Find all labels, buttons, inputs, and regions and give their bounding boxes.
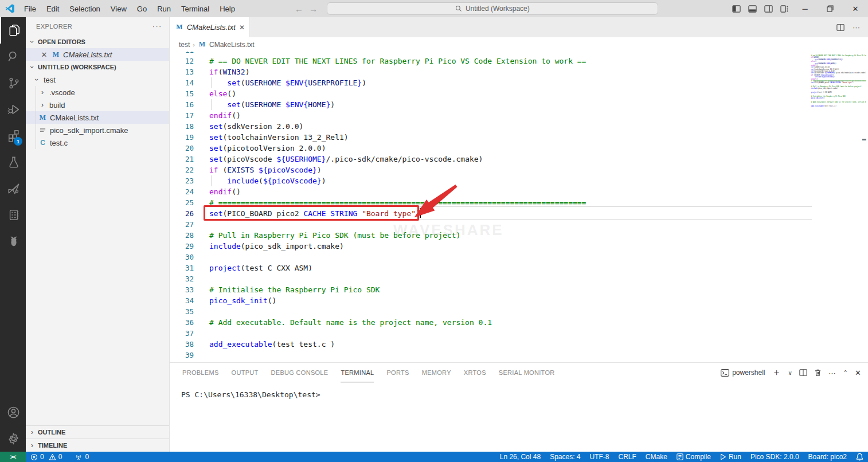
menu-edit[interactable]: Edit (42, 3, 64, 15)
code-line-17[interactable]: 17endif() (170, 110, 868, 121)
code-line-39[interactable]: 39 (170, 350, 868, 361)
command-center-search[interactable]: Untitled (Workspace) (327, 2, 658, 15)
tree-item-cmakelists-txt[interactable]: MCMakeLists.txt (26, 111, 169, 124)
explorer-more-actions-icon[interactable]: ··· (153, 23, 162, 30)
maximize-panel-icon[interactable]: ⌃ (843, 369, 848, 377)
toggle-panel-icon[interactable] (744, 1, 760, 17)
panel-tab-ports[interactable]: PORTS (386, 363, 409, 382)
tree-item--vscode[interactable]: ›.vscode (26, 86, 169, 99)
close-panel-icon[interactable]: ✕ (855, 369, 861, 377)
code-line-18[interactable]: 18set(sdkVersion 2.0.0) (170, 121, 868, 132)
toggle-primary-sidebar-icon[interactable] (728, 1, 744, 17)
activitybar-extensions-icon[interactable]: 1 (0, 123, 26, 149)
sidebar-section-outline[interactable]: ›OUTLINE (26, 425, 169, 438)
sidebar-section-timeline[interactable]: ›TIMELINE (26, 438, 169, 452)
menu-help[interactable]: Help (215, 3, 240, 15)
code-line-36[interactable]: 36# Add executable. Default name is the … (170, 317, 868, 328)
code-line-20[interactable]: 20set(picotoolVersion 2.0.0) (170, 143, 868, 154)
split-terminal-icon[interactable] (799, 369, 807, 377)
status-board[interactable]: Board: pico2 (804, 453, 851, 461)
tree-item-build[interactable]: ›build (26, 99, 169, 111)
status-utf-8[interactable]: UTF-8 (585, 453, 614, 461)
new-terminal-icon[interactable]: ＋ (772, 367, 781, 379)
code-line-22[interactable]: 22if (EXISTS ${picoVscode}) (170, 165, 868, 175)
code-line-31[interactable]: 31project(test C CXX ASM) (170, 263, 868, 273)
status-pico-sdk[interactable]: Pico SDK: 2.0.0 (746, 453, 804, 461)
restore-button[interactable] (818, 0, 843, 17)
panel-tab-memory[interactable]: MEMORY (422, 363, 451, 382)
open-editor-item[interactable]: ✕MCMakeLists.txt (26, 48, 169, 61)
open-editors-section-header[interactable]: › OPEN EDITORS (26, 36, 169, 48)
nav-forward-icon[interactable]: → (309, 4, 318, 14)
menu-run[interactable]: Run (153, 3, 175, 15)
menu-go[interactable]: Go (132, 3, 151, 15)
activitybar-run-and-debug-icon[interactable] (0, 96, 26, 123)
customize-layout-icon[interactable] (776, 1, 792, 17)
nav-back-icon[interactable]: ← (295, 4, 303, 14)
code-line-13[interactable]: 13if(WIN32) (170, 66, 868, 77)
terminal-shell-label[interactable]: powershell (721, 369, 765, 377)
close-editor-icon[interactable]: ✕ (40, 50, 49, 59)
status-spaces[interactable]: Spaces: 4 (545, 453, 585, 461)
code-line-32[interactable]: 32 (170, 273, 868, 284)
editor-more-actions-icon[interactable]: ··· (853, 23, 860, 32)
menu-file[interactable]: File (19, 3, 41, 15)
panel-tab-output[interactable]: OUTPUT (232, 363, 259, 382)
code-line-15[interactable]: 15else() (170, 88, 868, 99)
code-line-12[interactable]: 12# == DO NEVER EDIT THE NEXT LINES for … (170, 56, 868, 66)
activitybar-accounts-icon[interactable] (0, 399, 26, 425)
close-tab-icon[interactable]: ✕ (239, 24, 245, 32)
code-line-19[interactable]: 19set(toolchainVersion 13_2_Rel1) (170, 132, 868, 143)
activitybar-search-icon[interactable] (0, 44, 26, 70)
workspace-section-header[interactable]: › UNTITLED (WORKSPACE) (26, 61, 169, 73)
problems-status[interactable]: 0 0 (26, 452, 67, 462)
activitybar-explorer-icon[interactable] (0, 17, 26, 44)
menu-view[interactable]: View (106, 3, 131, 15)
terminal-dropdown-icon[interactable]: ∨ (788, 370, 792, 376)
panel-tab-xrtos[interactable]: XRTOS (464, 363, 486, 382)
panel-tab-terminal[interactable]: TERMINAL (341, 363, 374, 382)
breadcrumb-file[interactable]: CMakeLists.txt (209, 41, 255, 49)
panel-tab-debug-console[interactable]: DEBUG CONSOLE (271, 363, 329, 382)
code-line-38[interactable]: 38add_executable(test test.c ) (170, 339, 868, 350)
tree-item-test[interactable]: ›test (26, 73, 169, 86)
tab-cmakelists[interactable]: M CMakeLists.txt ✕ (170, 17, 250, 37)
status-ln-26-col-48[interactable]: Ln 26, Col 48 (495, 453, 545, 461)
code-line-37[interactable]: 37 (170, 328, 868, 339)
code-line-23[interactable]: 23 include(${picoVscode}) (170, 175, 868, 186)
tree-item-test-c[interactable]: Ctest.c (26, 136, 169, 149)
menu-selection[interactable]: Selection (65, 3, 104, 15)
notifications-bell-icon[interactable] (851, 453, 868, 461)
remote-indicator[interactable]: >< (0, 452, 26, 462)
panel-more-actions-icon[interactable]: ··· (828, 369, 836, 377)
panel-tab-problems[interactable]: PROBLEMS (182, 363, 219, 382)
code-line-11[interactable]: 11 (170, 52, 868, 56)
activitybar-settings-icon[interactable] (0, 425, 26, 452)
split-editor-icon[interactable] (836, 24, 844, 32)
activitybar-source-control-icon[interactable] (0, 70, 26, 96)
status-crlf[interactable]: CRLF (614, 453, 641, 461)
code-line-34[interactable]: 34pico_sdk_init() (170, 295, 868, 306)
code-line-30[interactable]: 30 (170, 252, 868, 263)
code-line-33[interactable]: 33# Initialise the Raspberry Pi Pico SDK (170, 284, 868, 295)
activitybar-pico-project-icon[interactable] (0, 175, 26, 202)
toggle-secondary-sidebar-icon[interactable] (760, 1, 776, 17)
code-line-29[interactable]: 29include(pico_sdk_import.cmake) (170, 241, 868, 252)
code-line-21[interactable]: 21set(picoVscode ${USERHOME}/.pico-sdk/c… (170, 154, 868, 165)
status-run[interactable]: Run (715, 453, 746, 461)
code-line-16[interactable]: 16 set(USERHOME $ENV{HOME}) (170, 99, 868, 110)
activitybar-raspberry-pi-icon[interactable] (0, 228, 26, 255)
close-window-button[interactable]: ✕ (843, 0, 868, 17)
menu-terminal[interactable]: Terminal (177, 3, 214, 15)
code-line-24[interactable]: 24endif() (170, 186, 868, 197)
activitybar-memory-inspector-icon[interactable] (0, 202, 26, 228)
code-line-35[interactable]: 35 (170, 306, 868, 317)
minimize-button[interactable]: ─ (792, 0, 818, 17)
activitybar-testing-icon[interactable] (0, 149, 26, 175)
tree-item-pico-sdk-import-cmake[interactable]: pico_sdk_import.cmake (26, 124, 169, 136)
kill-terminal-icon[interactable] (814, 369, 822, 377)
status-compile[interactable]: Compile (672, 453, 715, 461)
code-editor[interactable]: 1112# == DO NEVER EDIT THE NEXT LINES fo… (170, 52, 868, 362)
breadcrumb-folder[interactable]: test (179, 41, 190, 49)
code-line-14[interactable]: 14 set(USERHOME $ENV{USERPROFILE}) (170, 77, 868, 88)
